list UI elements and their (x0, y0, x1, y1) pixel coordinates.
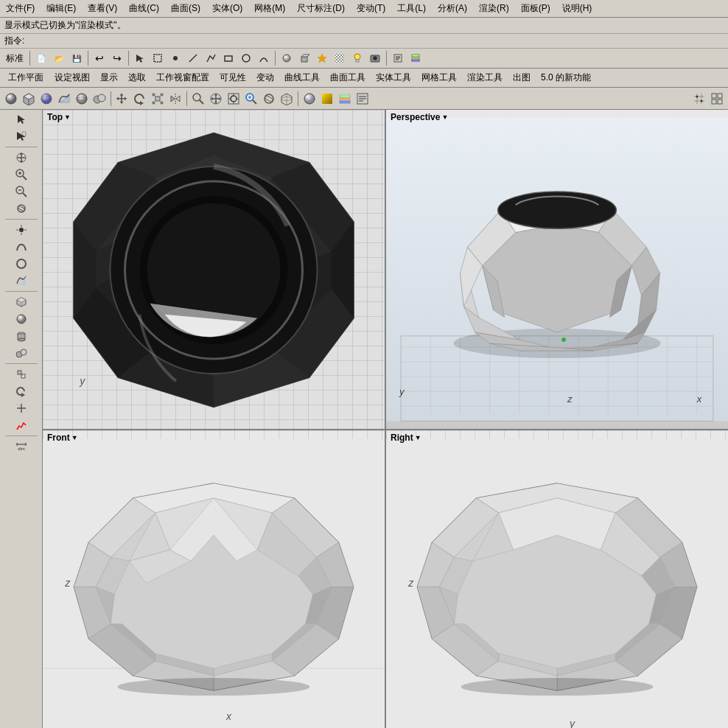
tool-transform-move[interactable] (5, 366, 38, 382)
tool-select-window[interactable] (5, 128, 38, 144)
viewport-perspective[interactable]: Perspective ▼ (386, 110, 728, 429)
menu-dim[interactable]: 尺寸标注(D) (294, 1, 348, 15)
tool-trim[interactable] (5, 400, 38, 416)
tb-redo[interactable]: ↪ (109, 50, 125, 66)
tb-fullscreen[interactable] (709, 91, 725, 107)
menu-transform[interactable]: 变动(T) (354, 1, 388, 15)
tb-line[interactable] (185, 50, 201, 66)
toolbar-print-label[interactable]: 出图 (508, 71, 535, 85)
tb-mesh-sphere[interactable] (38, 91, 55, 107)
tool-circle[interactable] (5, 256, 38, 272)
menu-tools[interactable]: 工具(L) (394, 1, 429, 15)
tb-surface[interactable] (56, 91, 72, 107)
toolbar-select-label[interactable]: 选取 (124, 71, 150, 85)
menu-render[interactable]: 渲染(R) (476, 1, 512, 15)
tool-transform-rotate[interactable] (5, 383, 38, 399)
tb-boolean-union[interactable] (91, 91, 108, 107)
tool-analysis[interactable] (5, 417, 38, 433)
tb-undo[interactable]: ↩ (91, 50, 108, 66)
tb-light[interactable] (349, 50, 365, 66)
tb-grid-snap[interactable] (691, 91, 707, 107)
tb-rotate[interactable] (132, 91, 148, 107)
tb-sphere2[interactable] (3, 91, 19, 107)
tb-scale[interactable] (150, 91, 166, 107)
menu-file[interactable]: 文件(F) (3, 1, 38, 15)
tb-pan[interactable] (208, 91, 224, 107)
tb-sphere[interactable] (279, 50, 295, 66)
tool-orbit[interactable] (5, 200, 38, 217)
viewport-front[interactable]: Front ▼ (43, 430, 385, 728)
tool-box[interactable] (5, 294, 38, 310)
menu-panel[interactable]: 面板(P) (518, 1, 553, 15)
toolbar-meshtools-label[interactable]: 网格工具 (417, 71, 461, 85)
toolbar-visibility-label[interactable]: 可见性 (215, 71, 251, 85)
tb-window-sel[interactable] (150, 50, 166, 66)
tb-point[interactable] (167, 50, 183, 66)
tb-move[interactable] (114, 91, 130, 107)
tb-zoom-extents[interactable] (225, 91, 242, 107)
tb-rect[interactable] (220, 50, 237, 66)
tb-texture[interactable] (332, 50, 348, 66)
tb-polyline[interactable] (203, 50, 219, 66)
menu-solid[interactable]: 实体(O) (209, 1, 245, 15)
tb-arc[interactable] (256, 50, 272, 66)
tb-render[interactable] (314, 50, 330, 66)
tool-zoom-out[interactable] (5, 183, 38, 200)
tb-magnify[interactable] (190, 91, 206, 107)
tb-wireframe[interactable] (279, 91, 295, 107)
tb-layers[interactable] (407, 50, 424, 66)
tb-cube[interactable] (21, 91, 37, 107)
tool-point[interactable] (5, 222, 38, 238)
tool-zoom[interactable] (5, 167, 38, 183)
menu-help[interactable]: 说明(H) (559, 1, 595, 15)
tool-pan[interactable] (5, 150, 38, 166)
tb-camera[interactable] (367, 50, 383, 66)
tool-sphere[interactable] (5, 311, 38, 327)
tool-surface-patch[interactable] (5, 273, 38, 289)
tb-material[interactable] (319, 91, 335, 107)
menu-surface[interactable]: 曲面(S) (168, 1, 203, 15)
tool-boolean[interactable] (5, 345, 38, 361)
toolbar-new50-label[interactable]: 5.0 的新功能 (536, 71, 595, 85)
menu-curve[interactable]: 曲线(C) (126, 1, 162, 15)
tb-new[interactable]: 📄 (33, 50, 49, 66)
cmd-label: 指令: (4, 35, 24, 46)
tb-extrude[interactable] (296, 50, 312, 66)
toolbar-vpconfig-label[interactable]: 工作视窗配置 (152, 71, 214, 85)
vp-front-arrow[interactable]: ▼ (71, 434, 78, 441)
tb-object-prop[interactable] (354, 91, 371, 107)
toolbar-workplane-label[interactable]: 工作平面 (3, 70, 49, 85)
toolbar-curvetools-label[interactable]: 曲线工具 (280, 71, 324, 85)
tool-curve[interactable] (5, 239, 38, 255)
menu-analyze[interactable]: 分析(A) (435, 1, 470, 15)
tool-dimension[interactable]: dim (5, 438, 38, 455)
tb-layer[interactable] (337, 91, 353, 107)
svg-point-117 (21, 349, 27, 355)
viewport-right[interactable]: Right ▼ (386, 430, 728, 728)
tb-circle[interactable] (238, 50, 254, 66)
tb-render-btn[interactable] (301, 91, 318, 107)
viewport-top[interactable]: Top ▼ (43, 110, 385, 429)
vp-top-arrow[interactable]: ▼ (64, 113, 71, 121)
toolbar-solidtools-label[interactable]: 实体工具 (371, 71, 416, 85)
tb-save[interactable]: 💾 (69, 50, 85, 66)
tb-orbit[interactable] (261, 91, 277, 107)
toolbar-rendertools-label[interactable]: 渲染工具 (463, 71, 507, 85)
tb-zoom-sel[interactable] (243, 91, 259, 107)
menu-mesh[interactable]: 网格(M) (251, 1, 288, 15)
tb-mirror[interactable] (167, 91, 183, 107)
menu-edit[interactable]: 编辑(E) (43, 1, 79, 15)
menu-view[interactable]: 查看(V) (85, 1, 120, 15)
tb-properties[interactable] (390, 50, 406, 66)
toolbar-transform-label[interactable]: 变动 (252, 71, 279, 85)
tb-revolve[interactable] (74, 91, 90, 107)
tb-select[interactable] (132, 50, 148, 66)
tool-cylinder[interactable] (5, 328, 38, 344)
tb-open[interactable]: 📂 (51, 50, 67, 66)
toolbar-surfacetools-label[interactable]: 曲面工具 (326, 71, 370, 85)
toolbar-display-label[interactable]: 显示 (96, 71, 122, 85)
toolbar-setview-label[interactable]: 设定视图 (50, 71, 94, 85)
tool-select[interactable] (5, 111, 38, 127)
vp-perspective-arrow[interactable]: ▼ (441, 113, 448, 121)
vp-right-arrow[interactable]: ▼ (415, 434, 421, 441)
